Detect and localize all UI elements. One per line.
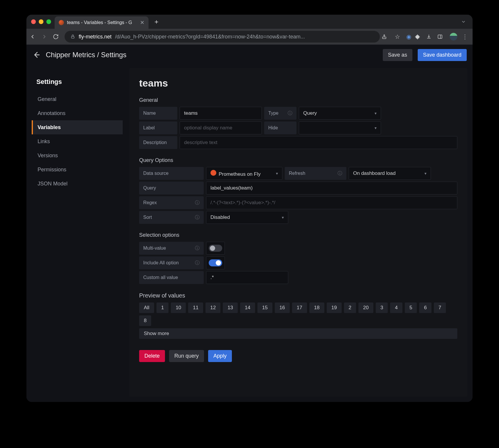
label-datasource: Data source: [139, 167, 204, 180]
sidebar-item-links[interactable]: Links: [32, 134, 123, 148]
label-hide: Hide: [264, 121, 296, 134]
preview-chip: 18: [309, 302, 324, 313]
close-window-button[interactable]: [31, 19, 36, 24]
browser-tab[interactable]: teams - Variables - Settings - G ✕: [55, 16, 149, 29]
label-multi-value: Multi-value ⓘ: [139, 242, 204, 255]
info-icon[interactable]: ⓘ: [195, 214, 200, 221]
reload-button[interactable]: [53, 34, 63, 40]
hide-select[interactable]: ▾: [299, 121, 381, 134]
apply-button[interactable]: Apply: [208, 350, 232, 362]
preview-values: All110111213141516171819220345678: [139, 302, 457, 326]
preview-chip: 1: [156, 302, 168, 313]
run-query-button[interactable]: Run query: [169, 350, 204, 362]
new-tab-button[interactable]: ＋: [149, 17, 164, 26]
info-icon[interactable]: ⓘ: [338, 170, 342, 177]
sidebar-item-versions[interactable]: Versions: [32, 148, 123, 163]
sidebar-item-json-model[interactable]: JSON Model: [32, 177, 123, 191]
extensions-icon[interactable]: [415, 34, 424, 39]
label-name: Name: [139, 107, 177, 120]
sidebar-item-annotations[interactable]: Annotations: [32, 106, 123, 120]
footer-actions: Delete Run query Apply: [139, 350, 457, 362]
info-icon[interactable]: ⓘ: [195, 260, 200, 266]
section-general-title: General: [139, 97, 457, 103]
label-custom-all: Custom all value: [139, 271, 204, 284]
preview-chip: 20: [358, 302, 373, 313]
section-preview-title: Preview of values: [139, 292, 457, 299]
label-include-all: Include All option ⓘ: [139, 256, 204, 269]
sidebar-title: Settings: [32, 78, 123, 86]
tabs-overflow-icon[interactable]: [457, 19, 470, 24]
label-label: Label: [139, 121, 177, 134]
description-input[interactable]: [180, 136, 457, 149]
preview-chip: 19: [327, 302, 342, 313]
info-icon[interactable]: ⓘ: [288, 110, 292, 116]
preview-chip: 14: [240, 302, 255, 313]
url-path: /d/Auo_h-PVz/chipper-metrics?orgId=49841…: [115, 34, 305, 40]
extension-ublock-icon[interactable]: ◉: [404, 33, 413, 40]
regex-input[interactable]: [206, 196, 457, 209]
save-as-button[interactable]: Save as: [383, 49, 412, 61]
preview-chip: 13: [223, 302, 238, 313]
multi-value-toggle[interactable]: [206, 242, 225, 255]
preview-chip: 2: [344, 302, 356, 313]
browser-toolbar: fly-metrics.net /d/Auo_h-PVz/chipper-met…: [26, 29, 473, 45]
sidebar-item-permissions[interactable]: Permissions: [32, 163, 123, 177]
delete-button[interactable]: Delete: [139, 350, 165, 362]
minimize-window-button[interactable]: [39, 19, 43, 24]
preview-chip: 6: [419, 302, 431, 313]
sidebar-item-general[interactable]: General: [32, 92, 123, 106]
share-icon[interactable]: [382, 34, 391, 39]
preview-chip: 8: [139, 315, 151, 326]
back-arrow-icon[interactable]: [32, 51, 41, 59]
downloads-icon[interactable]: [426, 34, 436, 39]
preview-chip: 7: [434, 302, 446, 313]
back-button[interactable]: [29, 33, 39, 40]
close-tab-icon[interactable]: ✕: [140, 19, 144, 26]
tab-strip: teams - Variables - Settings - G ✕ ＋: [26, 15, 473, 29]
lock-icon: [70, 34, 75, 39]
main-panel: teams General Name Type ⓘ Query▾ Label: [129, 68, 467, 397]
info-icon[interactable]: ⓘ: [195, 200, 200, 206]
include-all-toggle[interactable]: [206, 256, 225, 269]
window-controls: [29, 19, 55, 24]
breadcrumb: Chipper Metrics / Settings: [46, 51, 127, 59]
page-header: Chipper Metrics / Settings Save as Save …: [26, 45, 473, 65]
label-regex: Regex ⓘ: [139, 196, 204, 209]
url-bar[interactable]: fly-metrics.net /d/Auo_h-PVz/chipper-met…: [65, 31, 380, 43]
preview-chip: 15: [257, 302, 272, 313]
type-select[interactable]: Query▾: [299, 107, 381, 120]
section-query-title: Query Options: [139, 157, 457, 163]
svg-rect-2: [438, 35, 442, 38]
tab-favicon-icon: [59, 20, 64, 25]
refresh-select[interactable]: On dashboard load▾: [349, 167, 431, 180]
app-content: Chipper Metrics / Settings Save as Save …: [26, 45, 473, 402]
info-icon[interactable]: ⓘ: [195, 245, 200, 251]
bookmark-icon[interactable]: ☆: [393, 33, 402, 40]
preview-chip: 10: [171, 302, 186, 313]
label-query: Query: [139, 182, 204, 195]
save-dashboard-button[interactable]: Save dashboard: [418, 49, 467, 61]
section-selection-title: Selection options: [139, 232, 457, 238]
show-more-button[interactable]: Show more: [139, 328, 457, 339]
browser-window: teams - Variables - Settings - G ✕ ＋ fly…: [26, 15, 473, 402]
preview-chip: 11: [188, 302, 203, 313]
menu-icon[interactable]: ⋮: [460, 33, 470, 40]
label-type: Type ⓘ: [264, 107, 296, 120]
preview-chip: 12: [205, 302, 220, 313]
maximize-window-button[interactable]: [46, 19, 51, 24]
custom-all-input[interactable]: [206, 271, 288, 284]
preview-chip: 16: [275, 302, 290, 313]
label-input[interactable]: [180, 121, 262, 134]
profile-avatar[interactable]: [450, 33, 457, 40]
prometheus-icon: [210, 170, 216, 176]
label-refresh: Refresh ⓘ: [285, 167, 346, 180]
datasource-select[interactable]: Prometheus on Fly ▾: [206, 167, 282, 180]
label-description: Description: [139, 136, 177, 149]
sort-select[interactable]: Disabled▾: [206, 211, 288, 224]
name-input[interactable]: [180, 107, 262, 120]
tab-title: teams - Variables - Settings - G: [67, 20, 137, 25]
forward-button[interactable]: [41, 33, 51, 40]
query-input[interactable]: [206, 182, 457, 195]
panel-icon[interactable]: [437, 34, 447, 39]
sidebar-item-variables[interactable]: Variables: [32, 120, 123, 134]
